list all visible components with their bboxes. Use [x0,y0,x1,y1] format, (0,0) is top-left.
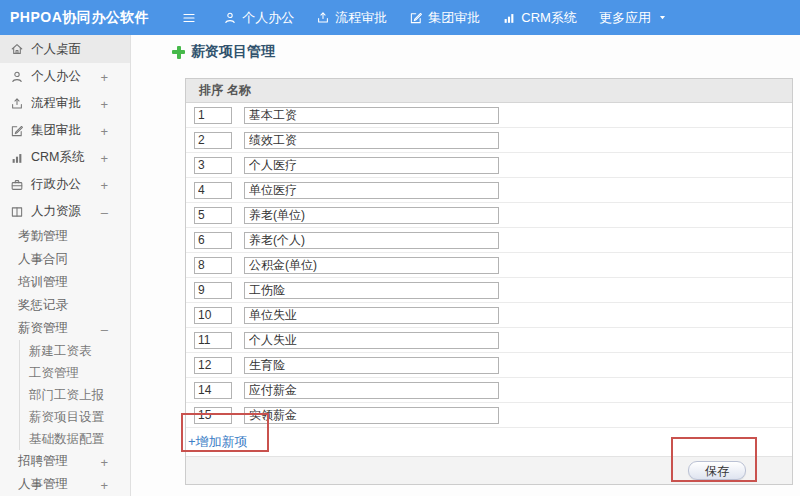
sidebar-item-recruitment-management[interactable]: 招聘管理+ [0,450,130,473]
table-row [186,278,792,303]
table-row [186,378,792,403]
table-row [186,178,792,203]
panel-footer: 保存 [186,457,792,484]
sidebar-item-salary-item-settings[interactable]: 薪资项目设置 [20,406,130,428]
nav-item-process-approval[interactable]: 流程审批 [316,9,387,27]
chart-icon [10,151,24,165]
name-input[interactable] [244,282,499,299]
approval-icon [409,11,423,25]
order-input[interactable] [194,157,232,174]
expand-plus-icon: + [100,123,108,138]
sidebar-item-department-payroll-report[interactable]: 部门工资上报 [20,384,130,406]
table-row [186,328,792,353]
nav-item-label: 更多应用 [599,9,651,27]
save-button[interactable]: 保存 [688,461,746,480]
name-input[interactable] [244,357,499,374]
hr-icon [10,205,24,219]
name-input[interactable] [244,257,499,274]
nav-item-more-apps[interactable]: 更多应用 [599,9,667,27]
add-new-item-link[interactable]: +增加新项 [188,433,248,451]
sidebar-item-payroll-management[interactable]: 工资管理 [20,362,130,384]
order-input[interactable] [194,332,232,349]
page-title-row: 薪资项目管理 [172,43,275,61]
sidebar-item-human-resources[interactable]: 人力资源– [0,198,130,225]
sidebar-item-personal-office[interactable]: 个人办公+ [0,63,130,90]
process-icon [10,97,24,111]
sidebar-item-label: 个人办公 [31,68,81,85]
name-input[interactable] [244,407,499,424]
home-icon [10,42,24,56]
user-icon [10,70,24,84]
table-row [186,153,792,178]
order-input[interactable] [194,282,232,299]
sidebar-item-crm-system[interactable]: CRM系统+ [0,144,130,171]
expand-plus-icon: + [100,69,108,84]
order-input[interactable] [194,107,232,124]
table-row [186,253,792,278]
sidebar-item-salary-management[interactable]: 薪资管理– [0,317,130,340]
order-input[interactable] [194,132,232,149]
name-input[interactable] [244,157,499,174]
sidebar-item-attendance-management[interactable]: 考勤管理 [0,225,130,248]
sidebar-item-label: 基础数据配置 [29,431,104,448]
name-input[interactable] [244,382,499,399]
order-input[interactable] [194,382,232,399]
expand-plus-icon: + [100,96,108,111]
chart-icon [502,11,516,25]
nav-item-group-approval[interactable]: 集团审批 [409,9,480,27]
menu-icon [181,10,197,26]
table-row [186,228,792,253]
topbar: PHPOA协同办公软件 个人办公流程审批集团审批CRM系统更多应用 [0,0,800,35]
order-input[interactable] [194,232,232,249]
sidebar-item-label: 集团审批 [31,122,81,139]
order-input[interactable] [194,307,232,324]
expand-plus-icon: + [100,454,108,469]
sidebar-group-salary-management: 新建工资表工资管理部门工资上报薪资项目设置基础数据配置 [19,340,130,450]
sidebar-group-human-resources: 考勤管理人事合同培训管理奖惩记录薪资管理–新建工资表工资管理部门工资上报薪资项目… [0,225,130,496]
order-input[interactable] [194,357,232,374]
name-input[interactable] [244,232,499,249]
name-input[interactable] [244,307,499,324]
name-input[interactable] [244,182,499,199]
app-window: PHPOA协同办公软件 个人办公流程审批集团审批CRM系统更多应用 个人桌面个人… [0,0,800,496]
name-input[interactable] [244,132,499,149]
order-input[interactable] [194,257,232,274]
sidebar-item-label: 人力资源 [31,203,81,220]
sidebar-item-reward-records[interactable]: 奖惩记录 [0,294,130,317]
order-input[interactable] [194,207,232,224]
sidebar-item-group-approval[interactable]: 集团审批+ [0,117,130,144]
sidebar-item-personal-desktop[interactable]: 个人桌面 [0,35,130,63]
nav-item-personal-office[interactable]: 个人办公 [223,9,294,27]
order-input[interactable] [194,182,232,199]
table-row [186,203,792,228]
sidebar-item-basic-data-config[interactable]: 基础数据配置 [20,428,130,450]
sidebar-item-label: 部门工资上报 [29,387,104,404]
topbar-nav: 个人办公流程审批集团审批CRM系统更多应用 [181,9,667,27]
add-row: +增加新项 [186,428,792,457]
nav-item-label: 集团审批 [428,9,480,27]
user-icon [223,11,237,25]
process-icon [316,11,330,25]
name-input[interactable] [244,107,499,124]
sidebar-item-label: 行政办公 [31,176,81,193]
sidebar-item-personnel-management[interactable]: 人事管理+ [0,473,130,496]
column-header-order: 排序 [186,82,226,99]
table-row [186,403,792,428]
order-input[interactable] [194,407,232,424]
name-input[interactable] [244,207,499,224]
sidebar-item-new-payroll-sheet[interactable]: 新建工资表 [20,340,130,362]
menu-button[interactable] [181,10,197,26]
table-header-row: 排序 名称 [186,79,792,103]
table-row [186,128,792,153]
sidebar-item-label: 个人桌面 [31,41,81,58]
salary-items-panel: 排序 名称 +增加新项 保存 [185,78,793,485]
collapse-minus-icon: – [101,321,108,336]
name-input[interactable] [244,332,499,349]
sidebar-item-label: 人事合同 [18,251,68,268]
sidebar-item-admin-office[interactable]: 行政办公+ [0,171,130,198]
sidebar-item-label: 薪资管理 [18,320,68,337]
nav-item-crm-system[interactable]: CRM系统 [502,9,577,27]
sidebar-item-hr-contract[interactable]: 人事合同 [0,248,130,271]
sidebar-item-training-management[interactable]: 培训管理 [0,271,130,294]
sidebar-item-process-approval[interactable]: 流程审批+ [0,90,130,117]
